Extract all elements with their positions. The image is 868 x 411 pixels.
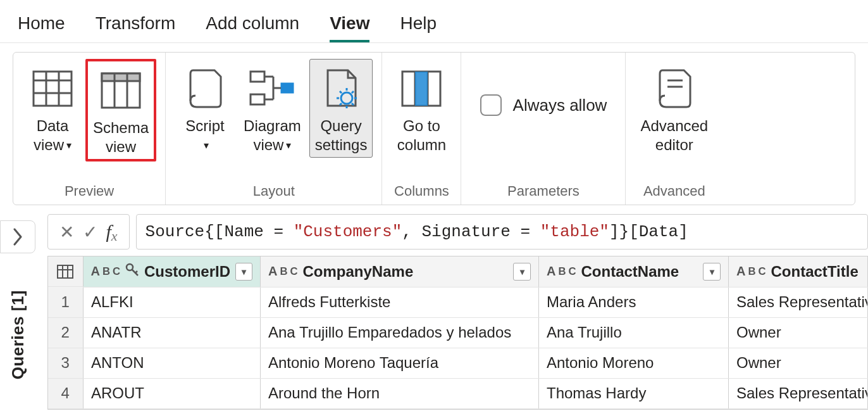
cell[interactable]: Maria Anders [539,287,729,317]
tab-help[interactable]: Help [400,13,437,42]
script-label: Script [185,117,224,134]
column-name: ContactTitle [771,263,860,281]
data-grid: ABC CustomerID ▾ ABC Compan [47,256,869,410]
group-caption-advanced: Advanced [643,183,705,199]
column-header-companyname[interactable]: ABC CompanyName ▾ [261,256,539,287]
cell[interactable]: Thomas Hardy [539,378,729,408]
svg-rect-11 [281,83,294,93]
formula-input[interactable]: Source{[Name = "Customers", Signature = … [136,214,868,250]
ribbon-group-preview: Dataview▾ Schemaview Preview [13,53,166,205]
text-type-icon: ABC [547,264,576,279]
column-name: CustomerID [144,263,230,281]
svg-rect-0 [34,72,71,106]
advanced-editor-label: Advancededitor [640,117,708,153]
always-allow-checkbox[interactable] [480,94,502,116]
group-caption-columns: Columns [394,183,449,199]
formula-text: "table" [540,222,609,241]
cell[interactable]: Ana Trujillo Emparedados y helados [261,317,539,348]
query-settings-icon [323,63,359,114]
query-settings-button[interactable]: Querysettings [309,59,373,158]
text-type-icon: ABC [268,264,298,279]
column-filter-button[interactable]: ▾ [703,263,721,281]
cell[interactable]: Ana Trujillo [539,317,729,348]
table-icon [32,63,73,114]
svg-rect-10 [251,94,264,104]
cell[interactable]: Antonio Moreno [539,348,729,378]
column-header-contacttitle[interactable]: ABC ContactTitle [729,256,868,287]
cancel-formula-icon[interactable]: ✕ [59,222,74,243]
data-view-button[interactable]: Dataview▾ [22,59,83,158]
commit-formula-icon[interactable]: ✓ [83,222,97,243]
svg-line-29 [135,271,137,273]
formula-text: "Customers" [294,222,402,241]
workspace: Queries [1] ✕ ✓ fx Source{[Name = "Custo… [0,214,868,410]
go-to-column-label: Go tocolumn [397,117,446,153]
tab-home[interactable]: Home [18,13,65,42]
table-row[interactable]: 4 AROUT Around the Horn Thomas Hardy Sal… [48,378,868,408]
text-type-icon: ABC [91,264,121,279]
column-filter-button[interactable]: ▾ [513,263,531,281]
schema-view-label: Schemaview [93,119,149,155]
cell[interactable]: Antonio Moreno Taquería [261,348,539,378]
data-view-label: Dataview [34,117,68,153]
script-button[interactable]: Script▾ [175,59,235,158]
formula-text: , Signature = [402,222,540,241]
ribbon-group-columns: Go tocolumn Columns [382,53,461,205]
key-icon [125,263,139,281]
cell[interactable]: ANTON [84,348,261,378]
row-number: 1 [48,287,84,317]
cell[interactable]: Sales Representative [729,287,868,317]
ribbon-group-layout: Script▾ Diagramview▾ Querysettings Layou… [166,53,382,205]
sidebar-expand-button[interactable] [0,220,35,253]
ribbon-group-parameters: Always allow Parameters [461,53,626,205]
chevron-down-icon: ▾ [66,140,71,151]
cell[interactable]: Owner [729,348,868,378]
formula-text: ]}[Data] [609,222,688,241]
cell[interactable]: ANATR [84,317,261,348]
row-number: 4 [48,378,84,408]
svg-rect-23 [58,265,73,278]
cell[interactable]: Around the Horn [261,378,539,408]
schema-view-button[interactable]: Schemaview [85,59,156,161]
queries-sidebar-label: Queries [1] [8,290,28,379]
go-to-column-button[interactable]: Go tocolumn [391,59,452,158]
query-settings-label: Querysettings [315,117,368,153]
cell[interactable]: Owner [729,317,868,348]
fx-icon[interactable]: fx [106,221,118,243]
script-icon [187,63,223,114]
diagram-view-label: Diagramview [244,117,301,153]
diagram-icon [249,63,295,114]
text-type-icon: ABC [736,264,766,279]
column-header-contactname[interactable]: ABC ContactName ▾ [539,256,729,287]
svg-rect-9 [251,72,264,82]
table-icon [57,265,73,279]
row-number: 3 [48,348,84,378]
queries-sidebar: Queries [1] [0,214,36,410]
svg-point-16 [341,92,352,104]
tab-add-column[interactable]: Add column [206,13,299,42]
schema-icon [101,65,141,116]
table-row[interactable]: 1 ALFKI Alfreds Futterkiste Maria Anders… [48,287,868,317]
table-row[interactable]: 2 ANATR Ana Trujillo Emparedados y helad… [48,317,868,348]
table-corner[interactable] [48,256,84,287]
table-row[interactable]: 3 ANTON Antonio Moreno Taquería Antonio … [48,348,868,378]
column-header-customerid[interactable]: ABC CustomerID ▾ [84,256,261,287]
formula-bar: ✕ ✓ fx Source{[Name = "Customers", Signa… [36,214,869,250]
diagram-view-button[interactable]: Diagramview▾ [238,59,307,158]
cell[interactable]: Sales Representative [729,378,868,408]
go-to-column-icon [401,63,442,114]
cell[interactable]: ALFKI [84,287,261,317]
cell[interactable]: AROUT [84,378,261,408]
chevron-down-icon: ▾ [286,140,291,151]
group-caption-preview: Preview [65,183,114,199]
advanced-editor-button[interactable]: Advancededitor [635,59,714,158]
column-filter-button[interactable]: ▾ [235,263,252,281]
row-number: 2 [48,317,84,348]
main-tabs: Home Transform Add column View Help [0,0,868,43]
formula-text: Source{[Name = [146,222,294,241]
group-caption-layout: Layout [253,183,295,199]
tab-view[interactable]: View [330,13,369,42]
cell[interactable]: Alfreds Futterkiste [261,287,539,317]
ribbon: Dataview▾ Schemaview Preview Script▾ [13,52,855,205]
tab-transform[interactable]: Transform [96,13,176,42]
